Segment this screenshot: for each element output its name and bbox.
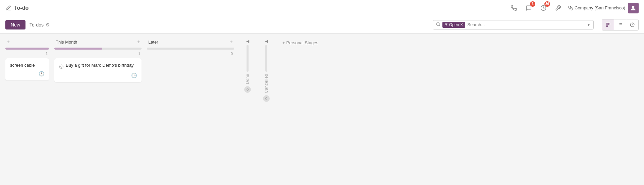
card-text: screen cable bbox=[10, 62, 35, 68]
svg-point-1 bbox=[632, 6, 635, 8]
activity-badge: 36 bbox=[544, 1, 550, 7]
app-title: To-do bbox=[14, 5, 29, 11]
partial-col-progress bbox=[5, 48, 49, 50]
user-avatar-icon bbox=[630, 5, 637, 11]
partial-col-add[interactable]: + bbox=[7, 39, 10, 45]
todos-text: To-dos bbox=[30, 22, 44, 27]
topbar: To-do 6 36 My Company (San Fra bbox=[0, 0, 644, 16]
this-month-progress-fill bbox=[54, 48, 102, 50]
chat-button[interactable]: 6 bbox=[523, 3, 534, 13]
kanban-card[interactable]: screen cable 🕐 bbox=[5, 58, 49, 80]
card-footer: 🕐 bbox=[10, 71, 44, 76]
svg-rect-5 bbox=[606, 23, 607, 26]
add-stage-label: Personal Stages bbox=[286, 40, 318, 45]
search-dropdown-arrow[interactable]: ▼ bbox=[587, 22, 591, 27]
kanban-col-cancelled[interactable]: ◀ Cancelled 0 bbox=[258, 39, 274, 102]
svg-point-2 bbox=[436, 22, 439, 25]
kanban-card[interactable]: ◎ Buy a gift for Marc Demo's birthday 🕐 bbox=[54, 58, 142, 82]
card-title: screen cable bbox=[10, 62, 44, 68]
later-progress bbox=[147, 48, 234, 50]
add-stage-plus: + bbox=[282, 40, 285, 45]
wrench-icon bbox=[555, 5, 561, 11]
later-header: Later + bbox=[147, 39, 234, 45]
svg-rect-6 bbox=[608, 23, 610, 25]
kanban-col-this-month: This Month + 1 ◎ Buy a gift for Marc Dem… bbox=[54, 39, 142, 85]
phone-icon bbox=[511, 5, 517, 11]
kanban-col-partial: + 1 screen cable 🕐 bbox=[5, 39, 49, 83]
filter-tag-label: Open bbox=[449, 22, 459, 27]
partial-col-progress-fill bbox=[5, 48, 49, 50]
new-button[interactable]: New bbox=[5, 20, 25, 29]
search-bar: Open ✕ ▼ bbox=[433, 20, 594, 29]
kanban-view-button[interactable] bbox=[602, 19, 614, 30]
done-fold-progress bbox=[247, 45, 249, 72]
later-title: Later bbox=[148, 40, 158, 45]
view-controls bbox=[602, 19, 639, 30]
svg-marker-4 bbox=[445, 23, 447, 26]
card-footer: 🕐 bbox=[59, 73, 137, 78]
kanban-view-icon bbox=[606, 22, 610, 27]
company-name: My Company (San Francisco) bbox=[568, 5, 625, 10]
this-month-progress bbox=[54, 48, 142, 50]
list-view-button[interactable] bbox=[614, 19, 626, 30]
company-selector[interactable]: My Company (San Francisco) bbox=[568, 3, 639, 13]
cancelled-count-badge: 0 bbox=[263, 95, 270, 102]
user-avatar[interactable] bbox=[628, 3, 639, 13]
this-month-title: This Month bbox=[56, 40, 77, 45]
card-clock-icon[interactable]: 🕐 bbox=[39, 71, 44, 76]
todos-gear-icon[interactable]: ⚙ bbox=[46, 22, 50, 27]
filter-tag-close[interactable]: ✕ bbox=[460, 22, 463, 27]
svg-line-3 bbox=[439, 25, 440, 26]
later-count: 0 bbox=[147, 52, 234, 56]
this-month-count: 1 bbox=[54, 52, 142, 56]
todos-label: To-dos ⚙ bbox=[30, 22, 50, 27]
search-input[interactable] bbox=[467, 22, 583, 27]
phone-button[interactable] bbox=[508, 3, 519, 13]
activity-view-button[interactable] bbox=[626, 19, 638, 30]
filter-icon bbox=[444, 23, 448, 26]
this-month-header: This Month + bbox=[54, 39, 142, 45]
partial-col-header: + bbox=[5, 39, 49, 45]
card-check-icon: ◎ bbox=[59, 63, 64, 70]
this-month-add[interactable]: + bbox=[137, 39, 140, 45]
add-stage-button[interactable]: + Personal Stages bbox=[280, 39, 321, 47]
card-clock-icon[interactable]: 🕐 bbox=[131, 73, 137, 78]
done-fold-arrow-left: ◀ bbox=[246, 39, 249, 44]
activity-view-icon bbox=[630, 22, 635, 27]
partial-col-count: 1 bbox=[5, 52, 49, 56]
pencil-icon bbox=[5, 5, 11, 11]
card-title: ◎ Buy a gift for Marc Demo's birthday bbox=[59, 62, 137, 70]
done-count-badge: 0 bbox=[244, 86, 251, 93]
done-fold-label: Done bbox=[245, 74, 250, 84]
later-progress-fill bbox=[147, 48, 234, 50]
cancelled-fold-arrow-left: ◀ bbox=[265, 39, 268, 44]
kanban-col-done[interactable]: ◀ Done 0 bbox=[239, 39, 256, 93]
settings-button[interactable] bbox=[553, 3, 564, 13]
search-icon bbox=[436, 22, 440, 27]
app-logo: To-do bbox=[5, 5, 29, 11]
topbar-icons: 6 36 My Company (San Francisco) bbox=[508, 3, 639, 13]
cancelled-fold-label: Cancelled bbox=[264, 74, 269, 93]
card-text: Buy a gift for Marc Demo's birthday bbox=[66, 62, 134, 68]
kanban-col-later: Later + 0 bbox=[147, 39, 234, 58]
subtoolbar: New To-dos ⚙ Open ✕ ▼ bbox=[0, 16, 644, 34]
filter-tag-open[interactable]: Open ✕ bbox=[442, 22, 465, 28]
cancelled-fold-progress bbox=[265, 45, 267, 72]
later-add[interactable]: + bbox=[230, 39, 233, 45]
chat-badge: 6 bbox=[530, 1, 535, 7]
kanban-board: + 1 screen cable 🕐 This Month + 1 ◎ Bu bbox=[0, 34, 644, 168]
list-view-icon bbox=[618, 22, 623, 27]
activity-button[interactable]: 36 bbox=[538, 3, 549, 13]
